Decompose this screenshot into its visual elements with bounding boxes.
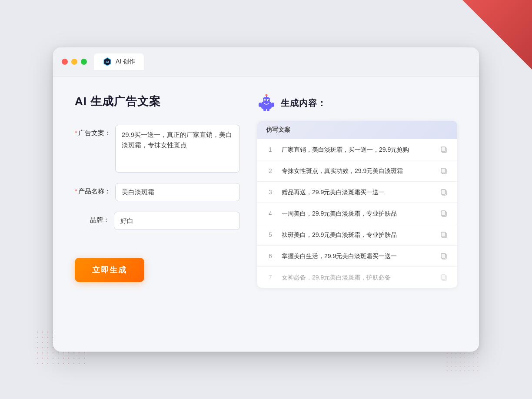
svg-point-8 (268, 100, 269, 100)
row-text: 一周美白，29.9元美白淡斑霜，专业护肤品 (282, 209, 432, 218)
svg-rect-24 (441, 253, 446, 258)
result-row: 4一周美白，29.9元美白淡斑霜，专业护肤品 (257, 203, 457, 224)
left-panel: AI 生成广告文案 *广告文案： 29.9买一送一，真正的厂家直销，美白淡斑霜，… (75, 94, 240, 329)
row-number: 2 (266, 167, 275, 174)
svg-rect-10 (271, 103, 274, 107)
copy-icon[interactable] (439, 209, 449, 218)
svg-rect-16 (441, 168, 446, 173)
svg-rect-12 (267, 108, 269, 111)
copy-icon[interactable] (439, 166, 449, 176)
svg-text:AI: AI (106, 60, 109, 64)
brand-group: 品牌： 好白 (75, 212, 240, 230)
ad-copy-input[interactable]: 29.9买一送一，真正的厂家直销，美白淡斑霜，专抹女性斑点 (115, 125, 240, 173)
result-header: 生成内容： (257, 94, 457, 112)
copy-icon[interactable] (439, 251, 449, 261)
generate-button[interactable]: 立即生成 (75, 258, 144, 282)
result-row: 3赠品再送，29.9元美白淡斑霜买一送一 (257, 182, 457, 203)
svg-rect-1 (261, 102, 272, 109)
row-number: 7 (266, 274, 275, 281)
ad-copy-label: *广告文案： (75, 125, 111, 137)
copy-icon[interactable] (439, 230, 449, 239)
svg-rect-14 (441, 147, 446, 152)
browser-window: AI AI 创作 AI 生成广告文案 *广告文案： 29.9买一送一，真正的厂家… (53, 47, 479, 352)
traffic-lights (62, 59, 87, 65)
required-star-product: * (75, 187, 77, 195)
svg-point-7 (264, 100, 265, 100)
right-panel: 生成内容： 仿写文案 1厂家直销，美白淡斑霜，买一送一，29.9元抢购 2专抹女… (257, 94, 457, 329)
page-title: AI 生成广告文案 (75, 94, 240, 109)
svg-rect-26 (441, 275, 446, 279)
svg-rect-11 (263, 108, 266, 111)
brand-label: 品牌： (75, 212, 110, 224)
svg-rect-20 (441, 211, 446, 216)
row-text: 女神必备，29.9元美白淡斑霜，护肤必备 (282, 273, 432, 282)
results-table: 仿写文案 1厂家直销，美白淡斑霜，买一送一，29.9元抢购 2专抹女性斑点，真实… (257, 121, 457, 288)
result-row: 6掌握美白生活，29.9元美白淡斑霜买一送一 (257, 246, 457, 267)
row-text: 祛斑美白，29.9元美白淡斑霜，专业护肤品 (282, 230, 432, 239)
product-name-label: *产品名称： (75, 183, 111, 196)
svg-rect-22 (441, 232, 446, 237)
main-content: AI 生成广告文案 *广告文案： 29.9买一送一，真正的厂家直销，美白淡斑霜，… (53, 76, 479, 346)
copy-icon[interactable] (439, 145, 449, 154)
tab-label: AI 创作 (116, 58, 135, 66)
row-text: 专抹女性斑点，真实功效，29.9元美白淡斑霜 (282, 166, 432, 176)
row-number: 5 (266, 231, 275, 238)
result-row: 1厂家直销，美白淡斑霜，买一送一，29.9元抢购 (257, 139, 457, 160)
product-name-group: *产品名称： 美白淡斑霜 (75, 183, 240, 201)
robot-icon (257, 94, 276, 112)
copy-icon[interactable] (439, 273, 449, 282)
title-bar: AI AI 创作 (53, 47, 479, 76)
svg-point-4 (266, 94, 268, 96)
result-row: 2专抹女性斑点，真实功效，29.9元美白淡斑霜 (257, 160, 457, 182)
brand-input[interactable]: 好白 (114, 212, 240, 230)
ai-icon: AI (103, 57, 112, 66)
maximize-button[interactable] (81, 59, 87, 65)
row-text: 赠品再送，29.9元美白淡斑霜买一送一 (282, 188, 432, 197)
row-text: 掌握美白生活，29.9元美白淡斑霜买一送一 (282, 252, 432, 261)
required-star-ad: * (75, 129, 77, 136)
row-number: 4 (266, 210, 275, 217)
row-text: 厂家直销，美白淡斑霜，买一送一，29.9元抢购 (282, 145, 432, 154)
result-row: 5祛斑美白，29.9元美白淡斑霜，专业护肤品 (257, 224, 457, 246)
svg-rect-18 (441, 190, 446, 194)
row-number: 1 (266, 146, 275, 153)
result-title: 生成内容： (281, 97, 326, 109)
svg-rect-9 (259, 103, 262, 107)
row-number: 3 (266, 189, 275, 196)
product-name-input[interactable]: 美白淡斑霜 (115, 183, 240, 201)
copy-icon[interactable] (439, 187, 449, 197)
close-button[interactable] (62, 59, 68, 65)
row-number: 6 (266, 253, 275, 259)
result-row: 7女神必备，29.9元美白淡斑霜，护肤必备 (257, 267, 457, 288)
minimize-button[interactable] (71, 59, 77, 65)
results-list: 1厂家直销，美白淡斑霜，买一送一，29.9元抢购 2专抹女性斑点，真实功效，29… (257, 139, 457, 288)
tab-ai-create[interactable]: AI AI 创作 (94, 53, 144, 70)
ad-copy-group: *广告文案： 29.9买一送一，真正的厂家直销，美白淡斑霜，专抹女性斑点 (75, 125, 240, 173)
results-column-header: 仿写文案 (257, 121, 457, 139)
